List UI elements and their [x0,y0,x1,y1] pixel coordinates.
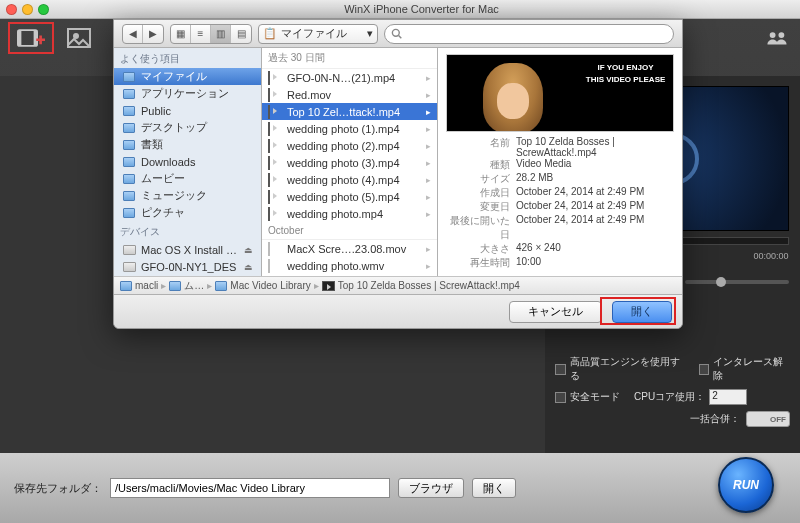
dialog-open-button[interactable]: 開く [612,301,672,323]
svg-rect-1 [18,30,22,46]
video-icon [268,123,282,135]
file-row[interactable]: wedding photo (1).mp4▸ [262,120,437,137]
merge-toggle[interactable]: OFF [746,411,790,427]
run-button[interactable]: RUN [718,457,774,513]
movies-icon [122,173,136,185]
dialog-search-input[interactable] [384,24,674,44]
options-panel: 高品質エンジンを使用する インタレース解除 安全モード CPUコア使用： 2 一… [545,349,800,453]
file-group-header: 過去 30 日間 [262,48,437,69]
safe-mode-checkbox[interactable]: 安全モード [555,389,620,405]
view-column-button[interactable]: ▥ [211,25,231,43]
add-video-button[interactable] [8,22,54,54]
volume-slider[interactable] [685,280,789,284]
dialog-sidebar: よく使う項目 マイファイルアプリケーションPublicデスクトップ書類Downl… [114,48,262,276]
eject-icon[interactable]: ⏏ [244,262,253,272]
profiles-button[interactable] [762,25,792,51]
sidebar-item-ピクチャ[interactable]: ピクチャ [114,204,261,221]
pictures-icon [122,207,136,219]
bottom-bar: 保存先フォルダ： ブラウザ 開く RUN [0,453,800,523]
sidebar-item-ミュージック[interactable]: ミュージック [114,187,261,204]
file-row[interactable]: MacX Scre….23.08.mov▸ [262,240,437,257]
sidebar-item-ムービー[interactable]: ムービー [114,170,261,187]
sidebar-item-アプリケーション[interactable]: アプリケーション [114,85,261,102]
file-row[interactable]: wedding photo.wmv▸ [262,257,437,274]
meta-row: 作成日October 24, 2014 at 2:49 PM [446,186,674,200]
sidebar-item-書類[interactable]: 書類 [114,136,261,153]
title-bar: WinX iPhone Converter for Mac [0,0,800,19]
sidebar-item-マイファイル[interactable]: マイファイル [114,68,261,85]
file-row[interactable]: Top 10 Zel…ttack!.mp4▸ [262,103,437,120]
window-title: WinX iPhone Converter for Mac [49,3,794,15]
hq-engine-checkbox[interactable]: 高品質エンジンを使用する [555,355,685,383]
file-row[interactable]: wedding photo (3).mp4▸ [262,154,437,171]
film-plus-icon [17,26,45,50]
file-row[interactable]: wedding photo (4).mp4▸ [262,171,437,188]
meta-row: サイズ28.2 MB [446,172,674,186]
file-row[interactable]: wedding photo.mp4▸ [262,205,437,222]
meta-row: 種類Video Media [446,158,674,172]
dialog-preview-pane: IF YOU ENJOY THIS VIDEO PLEASE 名前Top 10 … [438,48,682,276]
video-icon [268,140,282,152]
view-segment[interactable]: ▦ ≡ ▥ ▤ [170,24,252,44]
search-icon [391,28,402,39]
video-icon [268,89,282,101]
sidebar-item-Downloads[interactable]: Downloads [114,153,261,170]
photo-tool-button[interactable] [64,25,94,51]
file-row[interactable]: wedding photo (5).mp4▸ [262,188,437,205]
nav-segment[interactable]: ◀ ▶ [122,24,164,44]
drive-icon [122,244,136,256]
all-files-icon [122,71,136,83]
dialog-footer: キャンセル 開く [114,294,682,328]
sidebar-item-デスクトップ[interactable]: デスクトップ [114,119,261,136]
file-row[interactable]: wedding photo (2).mp4▸ [262,137,437,154]
video-icon [268,106,282,118]
path-segment[interactable]: ム… [169,279,204,293]
path-segment[interactable]: Mac Video Library [215,280,310,291]
output-folder-label: 保存先フォルダ： [14,481,102,496]
view-coverflow-button[interactable]: ▤ [231,25,251,43]
dialog-cancel-button[interactable]: キャンセル [509,301,602,323]
svg-point-6 [778,32,784,38]
file-icon [268,243,282,255]
minimize-window-button[interactable] [22,4,33,15]
sidebar-item-Public[interactable]: Public [114,102,261,119]
cpu-core-label: CPUコア使用： [634,390,705,404]
open-folder-button[interactable]: 開く [472,478,516,498]
nav-forward-button[interactable]: ▶ [143,25,163,43]
sidebar-device-GFO-0N-NY1_DES[interactable]: GFO-0N-NY1_DES⏏ [114,258,261,275]
meta-row: 名前Top 10 Zelda Bosses | ScrewAttack!.mp4 [446,136,674,158]
svg-rect-2 [34,30,38,46]
output-folder-input[interactable] [110,478,390,498]
file-row[interactable]: GFO-0N-N…(21).mp4▸ [262,69,437,86]
cpu-core-select[interactable]: 2 [709,389,747,405]
sidebar-device-Mac OS X Install ESD[interactable]: Mac OS X Install ESD⏏ [114,241,261,258]
file-row[interactable]: Red.mov▸ [262,86,437,103]
preview-thumbnail: IF YOU ENJOY THIS VIDEO PLEASE [446,54,674,132]
meta-row: 変更日October 24, 2014 at 2:49 PM [446,200,674,214]
path-segment[interactable]: Top 10 Zelda Bosses | ScrewAttack!.mp4 [322,280,520,291]
meta-row: 最後に開いた日October 24, 2014 at 2:49 PM [446,214,674,242]
eject-icon[interactable]: ⏏ [244,245,253,255]
video-icon [268,208,282,220]
svg-point-7 [392,29,399,36]
merge-label: 一括合併： [690,412,740,426]
deinterlace-checkbox[interactable]: インタレース解除 [699,355,790,383]
view-icon-button[interactable]: ▦ [171,25,191,43]
browse-button[interactable]: ブラウザ [398,478,464,498]
downloads-icon [122,156,136,168]
view-list-button[interactable]: ≡ [191,25,211,43]
video-icon [268,174,282,186]
apps-icon [122,88,136,100]
close-window-button[interactable] [6,4,17,15]
documents-icon [122,139,136,151]
sidebar-favorites-header: よく使う項目 [114,48,261,68]
location-dropdown[interactable]: 📋 マイファイル ▾ [258,24,378,44]
file-group-header: October [262,222,437,240]
nav-back-button[interactable]: ◀ [123,25,143,43]
file-icon [268,260,282,272]
preview-time-right: 00:00:00 [753,251,788,261]
path-segment[interactable]: macli [120,280,158,291]
svg-point-5 [770,32,776,38]
zoom-window-button[interactable] [38,4,49,15]
video-icon [268,157,282,169]
